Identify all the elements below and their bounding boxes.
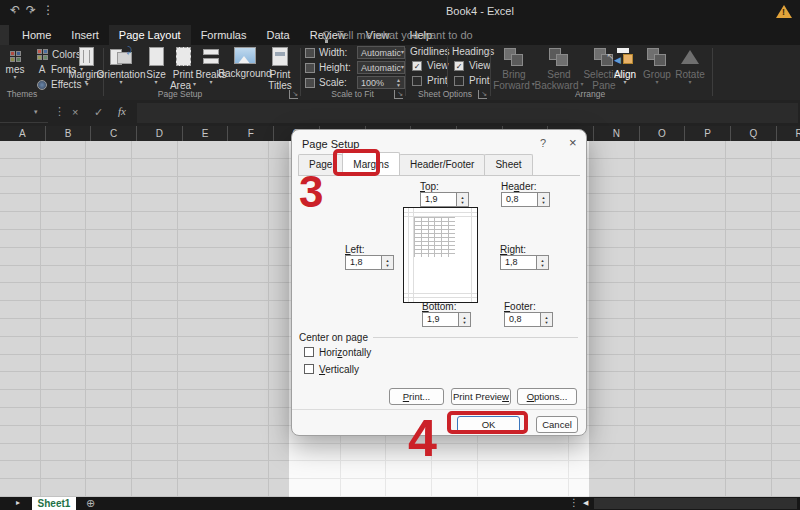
print-area-button[interactable]: Print Area▾: [168, 47, 198, 91]
column-header[interactable]: F: [228, 126, 274, 141]
print-titles-icon: [272, 47, 288, 66]
chevron-down-icon: ▾: [623, 80, 626, 85]
tab-data[interactable]: Data: [256, 25, 299, 45]
column-header[interactable]: A: [0, 126, 46, 141]
breaks-icon: [203, 47, 219, 66]
page-setup-group-label: Page Setup: [130, 89, 230, 99]
sheet-options-dialog-launcher[interactable]: ↘: [478, 90, 487, 99]
dialog-close-icon[interactable]: ×: [569, 135, 577, 150]
rotate-icon: [681, 50, 699, 64]
horizontally-label: Horizontally: [319, 347, 371, 358]
print-area-icon: [176, 47, 191, 66]
warning-icon[interactable]: [776, 5, 792, 18]
group-button[interactable]: Group ▾: [640, 47, 674, 85]
ribbon-tab-row: Home Insert Page Layout Formulas Data Re…: [0, 25, 800, 45]
splitter-dots-icon[interactable]: ⋮: [569, 497, 579, 508]
checked-checkbox-icon: ✓: [412, 61, 422, 71]
top-label: Top:: [420, 181, 439, 192]
themes-button[interactable]: mes ▾: [0, 47, 30, 80]
annotation-box-ok: [447, 411, 528, 434]
bottom-spinner[interactable]: ▲▼: [459, 312, 471, 327]
top-spinner[interactable]: ▲▼: [457, 192, 469, 207]
headings-print-checkbox[interactable]: Print: [454, 75, 490, 86]
add-sheet-icon[interactable]: ⊕: [86, 497, 95, 510]
horizontal-scrollbar[interactable]: [594, 498, 797, 509]
send-backward-icon: [548, 47, 570, 67]
print-button[interactable]: Print...: [389, 388, 444, 405]
column-header[interactable]: D: [137, 126, 183, 141]
tell-me-label: Tell me what you want to do: [337, 29, 473, 41]
column-header[interactable]: Q: [731, 126, 777, 141]
dialog-help-icon[interactable]: ?: [540, 137, 546, 149]
column-header[interactable]: N: [594, 126, 640, 141]
height-select[interactable]: Automatic▾: [357, 61, 405, 74]
column-header[interactable]: R: [777, 126, 800, 141]
background-button[interactable]: Background: [222, 47, 268, 79]
footer-input[interactable]: 0,8: [504, 312, 541, 327]
unchecked-checkbox-icon: [412, 76, 422, 86]
size-button[interactable]: Size ▾: [142, 47, 170, 85]
file-tab-sliver[interactable]: [0, 25, 9, 45]
tab-insert[interactable]: Insert: [61, 25, 109, 45]
checked-checkbox-icon: ✓: [454, 61, 464, 71]
header-input[interactable]: 0,8: [501, 192, 538, 207]
column-header[interactable]: B: [46, 126, 92, 141]
left-input[interactable]: 1,8: [345, 255, 382, 270]
column-header[interactable]: C: [91, 126, 137, 141]
rotate-button[interactable]: Rotate ▾: [672, 47, 708, 85]
redo-icon[interactable]: ↷▾: [26, 3, 32, 17]
align-button[interactable]: ◀ Align ▾: [610, 47, 640, 85]
orientation-button[interactable]: ⤸ Orientation ▾: [100, 47, 142, 85]
scale-to-fit-dialog-launcher[interactable]: ↘: [394, 90, 403, 99]
quick-access-toolbar: ↶▾ ↷▾ ⋮: [10, 3, 54, 17]
tab-home[interactable]: Home: [12, 25, 61, 45]
vertically-checkbox[interactable]: [304, 364, 314, 374]
options-button[interactable]: Options...: [517, 388, 577, 405]
bring-forward-button[interactable]: Bring Forward ▾: [492, 47, 536, 91]
scale-height-row: Height: Automatic▾: [305, 61, 405, 74]
tell-me-search[interactable]: Tell me what you want to do: [322, 25, 473, 45]
gridlines-print-checkbox[interactable]: Print: [412, 75, 448, 86]
page-setup-dialog-launcher[interactable]: ↘: [289, 90, 298, 99]
print-titles-button[interactable]: Print Titles: [264, 47, 296, 91]
column-header[interactable]: O: [640, 126, 686, 141]
excel-window: ↶▾ ↷▾ ⋮ Book4 - Excel Home Insert Page L…: [0, 0, 800, 510]
column-header[interactable]: E: [183, 126, 229, 141]
column-header[interactable]: P: [685, 126, 731, 141]
right-spinner[interactable]: ▲▼: [537, 255, 549, 270]
tab-scroll-icon[interactable]: ▸: [16, 498, 20, 507]
name-box[interactable]: [0, 103, 48, 123]
annotation-number-4: 4: [408, 408, 437, 468]
horizontally-checkbox[interactable]: [304, 347, 314, 357]
cancel-entry-icon[interactable]: ×: [72, 106, 78, 118]
orientation-icon: ⤸: [110, 47, 132, 66]
scale-input[interactable]: 100%▲▼: [357, 76, 405, 89]
scroll-left-icon[interactable]: ◀: [583, 499, 588, 507]
left-spinner[interactable]: ▲▼: [382, 255, 394, 270]
vertically-label: Vertically: [319, 364, 359, 375]
center-on-page-label: Center on page: [299, 332, 368, 343]
insert-function-icon[interactable]: fx: [118, 105, 126, 117]
enter-entry-icon[interactable]: ✓: [94, 106, 103, 119]
gridlines-view-checkbox[interactable]: ✓ View: [412, 60, 449, 71]
cancel-button[interactable]: Cancel: [536, 416, 578, 433]
customize-qat-icon[interactable]: ⋮: [42, 3, 54, 17]
tab-formulas[interactable]: Formulas: [191, 25, 257, 45]
name-box-dropdown-icon[interactable]: ▾: [34, 108, 38, 116]
right-input[interactable]: 1,8: [500, 255, 537, 270]
page-preview: [403, 207, 478, 303]
width-select[interactable]: Automatic▾: [357, 46, 405, 59]
formula-input[interactable]: [137, 103, 798, 123]
undo-icon[interactable]: ↶▾: [10, 3, 16, 17]
footer-spinner[interactable]: ▲▼: [541, 312, 553, 327]
send-backward-button[interactable]: Send Backward ▾: [536, 47, 582, 91]
headings-view-checkbox[interactable]: ✓ View: [454, 60, 491, 71]
dialog-tab-sheet[interactable]: Sheet: [484, 154, 532, 175]
header-spinner[interactable]: ▲▼: [538, 192, 550, 207]
dialog-tab-header-footer[interactable]: Header/Footer: [399, 154, 485, 175]
tab-page-layout[interactable]: Page Layout: [109, 25, 191, 45]
top-input[interactable]: 1,9: [420, 192, 457, 207]
print-preview-button[interactable]: Print Preview: [451, 388, 511, 405]
bottom-input[interactable]: 1,9: [422, 312, 459, 327]
sheet-tab-sheet1[interactable]: Sheet1: [32, 497, 76, 510]
